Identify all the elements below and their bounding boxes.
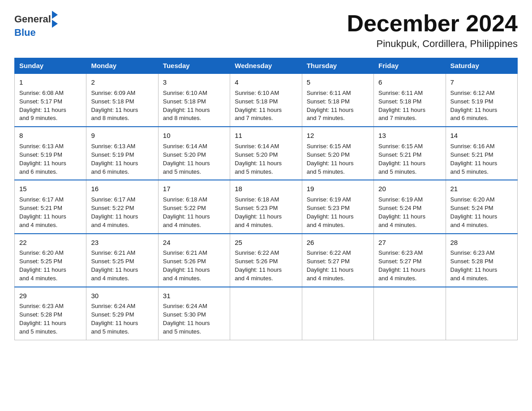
day-info: Sunrise: 6:22 AMSunset: 5:26 PMDaylight:…	[235, 249, 297, 283]
day-info: Sunrise: 6:20 AMSunset: 5:25 PMDaylight:…	[19, 249, 82, 283]
day-number: 7	[450, 77, 513, 87]
week-row-1: 1Sunrise: 6:08 AMSunset: 5:17 PMDaylight…	[15, 73, 518, 127]
calendar-cell	[230, 287, 302, 340]
calendar-cell: 12Sunrise: 6:15 AMSunset: 5:20 PMDayligh…	[302, 127, 373, 180]
day-info: Sunrise: 6:22 AMSunset: 5:27 PMDaylight:…	[307, 249, 369, 283]
calendar-cell: 13Sunrise: 6:15 AMSunset: 5:21 PMDayligh…	[374, 127, 446, 180]
calendar-cell: 8Sunrise: 6:13 AMSunset: 5:19 PMDaylight…	[15, 127, 86, 180]
day-number: 19	[307, 184, 369, 194]
calendar-cell: 30Sunrise: 6:24 AMSunset: 5:29 PMDayligh…	[86, 287, 158, 340]
day-number: 14	[450, 131, 513, 141]
week-row-4: 22Sunrise: 6:20 AMSunset: 5:25 PMDayligh…	[15, 234, 518, 287]
day-info: Sunrise: 6:18 AMSunset: 5:22 PMDaylight:…	[163, 196, 225, 229]
day-info: Sunrise: 6:17 AMSunset: 5:22 PMDaylight:…	[91, 196, 153, 229]
day-info: Sunrise: 6:23 AMSunset: 5:28 PMDaylight:…	[450, 249, 513, 283]
day-number: 25	[235, 238, 297, 248]
calendar-cell: 5Sunrise: 6:11 AMSunset: 5:18 PMDaylight…	[302, 73, 373, 127]
day-number: 2	[91, 77, 153, 87]
calendar-cell: 6Sunrise: 6:11 AMSunset: 5:18 PMDaylight…	[374, 73, 446, 127]
day-info: Sunrise: 6:23 AMSunset: 5:27 PMDaylight:…	[378, 249, 441, 283]
day-info: Sunrise: 6:09 AMSunset: 5:18 PMDaylight:…	[91, 89, 153, 123]
calendar-cell: 27Sunrise: 6:23 AMSunset: 5:27 PMDayligh…	[374, 234, 446, 287]
calendar-cell: 31Sunrise: 6:24 AMSunset: 5:30 PMDayligh…	[158, 287, 230, 340]
calendar-cell: 3Sunrise: 6:10 AMSunset: 5:18 PMDaylight…	[158, 73, 230, 127]
calendar-cell: 14Sunrise: 6:16 AMSunset: 5:21 PMDayligh…	[446, 127, 517, 180]
day-number: 24	[163, 238, 225, 248]
day-number: 3	[163, 77, 225, 87]
day-info: Sunrise: 6:13 AMSunset: 5:19 PMDaylight:…	[91, 142, 153, 176]
day-number: 10	[163, 131, 225, 141]
day-info: Sunrise: 6:21 AMSunset: 5:26 PMDaylight:…	[163, 249, 225, 283]
calendar-cell: 28Sunrise: 6:23 AMSunset: 5:28 PMDayligh…	[446, 234, 517, 287]
col-header-saturday: Saturday	[446, 58, 517, 74]
page-header: General Blue December 2024 Pinukpuk, Cor…	[14, 11, 518, 50]
logo-general: General	[14, 13, 51, 25]
week-row-2: 8Sunrise: 6:13 AMSunset: 5:19 PMDaylight…	[15, 127, 518, 180]
day-info: Sunrise: 6:24 AMSunset: 5:30 PMDaylight:…	[163, 302, 225, 336]
day-number: 15	[19, 184, 82, 194]
day-info: Sunrise: 6:12 AMSunset: 5:19 PMDaylight:…	[450, 89, 513, 123]
calendar-cell	[446, 287, 517, 340]
calendar-cell	[302, 287, 373, 340]
day-number: 16	[91, 184, 153, 194]
day-info: Sunrise: 6:10 AMSunset: 5:18 PMDaylight:…	[163, 89, 225, 123]
calendar-subtitle: Pinukpuk, Cordillera, Philippines	[347, 38, 518, 50]
calendar-cell: 21Sunrise: 6:20 AMSunset: 5:24 PMDayligh…	[446, 180, 517, 233]
day-number: 21	[450, 184, 513, 194]
day-info: Sunrise: 6:14 AMSunset: 5:20 PMDaylight:…	[235, 142, 297, 176]
day-number: 4	[235, 77, 297, 87]
logo: General Blue	[14, 11, 58, 39]
day-number: 6	[378, 77, 441, 87]
week-row-3: 15Sunrise: 6:17 AMSunset: 5:21 PMDayligh…	[15, 180, 518, 233]
calendar-cell: 22Sunrise: 6:20 AMSunset: 5:25 PMDayligh…	[15, 234, 86, 287]
day-info: Sunrise: 6:13 AMSunset: 5:19 PMDaylight:…	[19, 142, 82, 176]
calendar-cell: 1Sunrise: 6:08 AMSunset: 5:17 PMDaylight…	[15, 73, 86, 127]
day-info: Sunrise: 6:18 AMSunset: 5:23 PMDaylight:…	[235, 196, 297, 229]
calendar-header-row: SundayMondayTuesdayWednesdayThursdayFrid…	[15, 58, 518, 74]
col-header-tuesday: Tuesday	[158, 58, 230, 74]
calendar-cell: 4Sunrise: 6:10 AMSunset: 5:18 PMDaylight…	[230, 73, 302, 127]
day-info: Sunrise: 6:19 AMSunset: 5:23 PMDaylight:…	[307, 196, 369, 229]
calendar-cell: 23Sunrise: 6:21 AMSunset: 5:25 PMDayligh…	[86, 234, 158, 287]
col-header-thursday: Thursday	[302, 58, 373, 74]
calendar-cell: 2Sunrise: 6:09 AMSunset: 5:18 PMDaylight…	[86, 73, 158, 127]
calendar-cell: 20Sunrise: 6:19 AMSunset: 5:24 PMDayligh…	[374, 180, 446, 233]
calendar-cell: 16Sunrise: 6:17 AMSunset: 5:22 PMDayligh…	[86, 180, 158, 233]
calendar-cell: 26Sunrise: 6:22 AMSunset: 5:27 PMDayligh…	[302, 234, 373, 287]
day-info: Sunrise: 6:19 AMSunset: 5:24 PMDaylight:…	[378, 196, 441, 229]
calendar-cell: 18Sunrise: 6:18 AMSunset: 5:23 PMDayligh…	[230, 180, 302, 233]
calendar-cell: 9Sunrise: 6:13 AMSunset: 5:19 PMDaylight…	[86, 127, 158, 180]
day-number: 26	[307, 238, 369, 248]
col-header-sunday: Sunday	[15, 58, 86, 74]
calendar-cell: 17Sunrise: 6:18 AMSunset: 5:22 PMDayligh…	[158, 180, 230, 233]
day-info: Sunrise: 6:08 AMSunset: 5:17 PMDaylight:…	[19, 89, 82, 123]
day-number: 9	[91, 131, 153, 141]
day-info: Sunrise: 6:16 AMSunset: 5:21 PMDaylight:…	[450, 142, 513, 176]
day-number: 5	[307, 77, 369, 87]
title-block: December 2024 Pinukpuk, Cordillera, Phil…	[347, 11, 518, 50]
day-number: 29	[19, 291, 82, 301]
day-info: Sunrise: 6:11 AMSunset: 5:18 PMDaylight:…	[307, 89, 369, 123]
day-number: 31	[163, 291, 225, 301]
day-info: Sunrise: 6:14 AMSunset: 5:20 PMDaylight:…	[163, 142, 225, 176]
day-number: 22	[19, 238, 82, 248]
day-info: Sunrise: 6:24 AMSunset: 5:29 PMDaylight:…	[91, 302, 153, 336]
day-number: 20	[378, 184, 441, 194]
col-header-monday: Monday	[86, 58, 158, 74]
calendar-cell	[374, 287, 446, 340]
calendar-cell: 25Sunrise: 6:22 AMSunset: 5:26 PMDayligh…	[230, 234, 302, 287]
calendar-cell: 29Sunrise: 6:23 AMSunset: 5:28 PMDayligh…	[15, 287, 86, 340]
calendar-cell: 10Sunrise: 6:14 AMSunset: 5:20 PMDayligh…	[158, 127, 230, 180]
calendar-cell: 15Sunrise: 6:17 AMSunset: 5:21 PMDayligh…	[15, 180, 86, 233]
day-info: Sunrise: 6:10 AMSunset: 5:18 PMDaylight:…	[235, 89, 297, 123]
calendar-table: SundayMondayTuesdayWednesdayThursdayFrid…	[14, 58, 518, 340]
day-number: 27	[378, 238, 441, 248]
day-number: 11	[235, 131, 297, 141]
day-info: Sunrise: 6:20 AMSunset: 5:24 PMDaylight:…	[450, 196, 513, 229]
week-row-5: 29Sunrise: 6:23 AMSunset: 5:28 PMDayligh…	[15, 287, 518, 340]
col-header-wednesday: Wednesday	[230, 58, 302, 74]
calendar-cell: 24Sunrise: 6:21 AMSunset: 5:26 PMDayligh…	[158, 234, 230, 287]
day-info: Sunrise: 6:11 AMSunset: 5:18 PMDaylight:…	[378, 89, 441, 123]
day-number: 12	[307, 131, 369, 141]
col-header-friday: Friday	[374, 58, 446, 74]
